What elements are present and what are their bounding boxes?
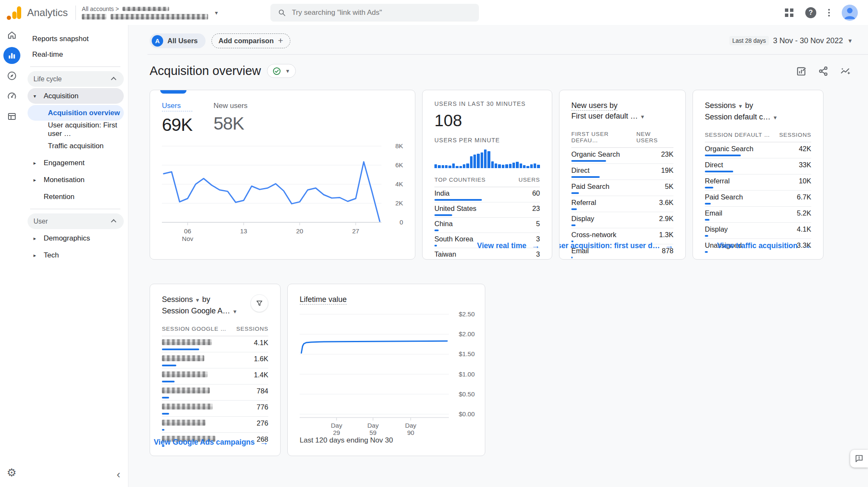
table-row: 776: [162, 401, 268, 417]
dimension-selector[interactable]: First user default … ▼: [571, 112, 645, 120]
card-title: Lifetime value: [300, 295, 347, 304]
view-traffic-acquisition-link[interactable]: View traffic acquisition→: [717, 241, 811, 251]
insights-icon[interactable]: [840, 66, 851, 77]
left-nav-rail: ⚙: [0, 25, 23, 487]
reports-icon[interactable]: [0, 45, 23, 66]
account-switcher-caret-icon[interactable]: ▾: [215, 9, 218, 16]
sidebar-item-demographics[interactable]: ▸ Demographics: [28, 230, 124, 246]
table-row: India 60: [434, 187, 540, 202]
toolbar-divider: [147, 54, 868, 55]
value-bar: [162, 429, 164, 431]
search-bar[interactable]: [270, 4, 479, 22]
sidebar-collapse-icon[interactable]: ‹: [117, 470, 120, 479]
redacted-campaign-name: [162, 404, 213, 410]
view-real-time-link[interactable]: View real time→: [477, 241, 540, 251]
users-trend-card: Users 69K New users 58K 8K6K4K2K006Nov13…: [150, 90, 415, 260]
sidebar-item-acquisition-overview[interactable]: Acquisition overview: [28, 105, 124, 121]
users-per-minute-bars: [434, 149, 540, 168]
svg-text:13: 13: [240, 227, 248, 235]
metric-selector[interactable]: Sessions ▼: [162, 295, 202, 304]
new-users-value: 58K: [214, 113, 248, 134]
sidebar-item-acquisition[interactable]: ▾ Acquisition: [28, 88, 124, 104]
filter-button[interactable]: [250, 294, 268, 312]
triangle-right-icon: ▸: [33, 235, 39, 241]
minute-bar: [505, 164, 508, 168]
sidebar-divider: [30, 209, 120, 209]
caret-down-icon: ▼: [285, 68, 290, 74]
caret-down-icon: ▼: [847, 38, 853, 44]
add-comparison-button[interactable]: Add comparison +: [211, 33, 290, 48]
value-bar: [705, 171, 733, 172]
caret-down-icon: ▼: [232, 309, 237, 315]
svg-text:06: 06: [184, 227, 191, 235]
svg-text:Day: Day: [405, 422, 417, 429]
sidebar-item-real-time[interactable]: Real-time: [23, 47, 128, 62]
realtime-title: USERS IN LAST 30 MINUTES: [434, 100, 540, 107]
explore-icon[interactable]: [0, 66, 23, 86]
metric-tab-new-users[interactable]: New users 58K: [214, 102, 248, 135]
minute-bar: [491, 161, 494, 168]
redacted-campaign-name: [162, 387, 210, 393]
search-input[interactable]: [292, 8, 471, 17]
table-row: Display 2.9K: [571, 212, 673, 228]
feedback-button[interactable]: [850, 450, 868, 468]
minute-bar: [487, 151, 490, 168]
dimension-selector[interactable]: Session Google A… ▼: [162, 307, 237, 315]
help-icon[interactable]: ?: [805, 7, 816, 18]
value-bar: [571, 176, 600, 178]
sidebar-item-monetisation[interactable]: ▸ Monetisation: [28, 172, 124, 188]
value-bar: [705, 251, 708, 253]
more-menu-icon[interactable]: [828, 9, 830, 17]
report-status-badge[interactable]: ▼: [267, 64, 296, 78]
value-bar: [571, 257, 573, 258]
column-header: SESSION GOOGLE …: [162, 326, 226, 332]
sidebar-group-life-cycle[interactable]: Life cycle: [28, 71, 124, 87]
value-bar: [571, 192, 579, 194]
value-bar: [434, 214, 452, 216]
funnel-icon: [256, 299, 263, 307]
diagnostics-grid-icon[interactable]: [785, 8, 793, 17]
minute-bar: [526, 166, 529, 168]
svg-text:Day: Day: [331, 422, 342, 429]
customise-report-icon[interactable]: [796, 66, 807, 77]
home-icon[interactable]: [0, 25, 23, 45]
view-google-ads-campaigns-link[interactable]: View Google Ads campaigns→: [154, 437, 268, 447]
table-row: Paid Search 6.7K: [705, 191, 811, 207]
comparison-toolbar: A All Users Add comparison + Last 28 day…: [150, 33, 853, 48]
sidebar-item-retention[interactable]: Retention: [28, 189, 124, 205]
triangle-down-icon: ▾: [33, 93, 39, 99]
dimension-selector[interactable]: Session default c… ▼: [705, 113, 778, 121]
arrow-right-icon: →: [803, 241, 811, 251]
minute-bar: [466, 163, 469, 168]
value-bar: [571, 224, 576, 226]
sidebar-item-engagement[interactable]: ▸ Engagement: [28, 155, 124, 171]
admin-gear-icon[interactable]: ⚙: [0, 466, 23, 479]
ltv-footer-note: Last 120 days ending Nov 30: [300, 436, 473, 445]
advertising-icon[interactable]: [0, 86, 23, 106]
share-icon[interactable]: [818, 66, 829, 77]
metric-tab-users[interactable]: Users 69K: [162, 102, 192, 135]
sidebar-item-reports-snapshot[interactable]: Reports snapshot: [23, 31, 128, 47]
minute-bar: [537, 165, 540, 168]
svg-text:Nov: Nov: [182, 235, 193, 242]
metric-selector[interactable]: Sessions ▼: [705, 101, 745, 110]
date-range-picker[interactable]: Last 28 days 3 Nov - 30 Nov 2022 ▼: [729, 36, 853, 45]
sidebar-group-user[interactable]: User: [28, 213, 124, 229]
sidebar-item-traffic-acquisition[interactable]: Traffic acquisition: [28, 138, 124, 154]
svg-text:59: 59: [370, 429, 377, 435]
minute-bar: [484, 149, 487, 168]
user-avatar[interactable]: [842, 5, 858, 21]
value-bar: [571, 160, 606, 162]
avatar-person-icon: [842, 5, 858, 21]
account-breadcrumb[interactable]: All accounts >: [82, 6, 208, 19]
table-row: United States 23: [434, 202, 540, 218]
redacted-campaign-name: [162, 371, 208, 377]
view-user-acquisition-link[interactable]: View user acquisition: first user d…→: [559, 241, 673, 251]
configure-icon[interactable]: [0, 106, 23, 127]
sidebar-item-tech[interactable]: ▸ Tech: [28, 247, 124, 263]
value-bar: [705, 219, 709, 221]
reports-active-indicator: [3, 47, 20, 64]
all-users-chip[interactable]: A All Users: [150, 33, 206, 48]
table-row: Direct 33K: [705, 158, 811, 174]
sidebar-item-user-acquisition[interactable]: User acquisition: First user …: [28, 122, 124, 137]
